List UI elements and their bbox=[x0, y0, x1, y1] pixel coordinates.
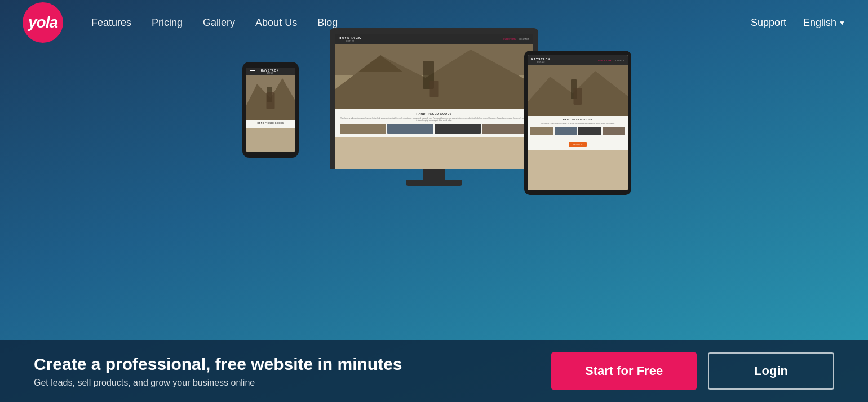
chevron-down-icon: ▼ bbox=[839, 19, 845, 27]
mini-thumb-3 bbox=[435, 124, 481, 134]
tablet-thumb-1 bbox=[530, 127, 553, 135]
logo[interactable]: yola bbox=[23, 2, 63, 43]
tablet-hero-illustration bbox=[528, 65, 628, 116]
mini-paragraph: Your home is a three-dimensional canvas.… bbox=[340, 117, 528, 122]
logo-text: yola bbox=[28, 14, 57, 32]
cta-headline: Create a professional, free website in m… bbox=[34, 354, 529, 374]
language-selector[interactable]: English ▼ bbox=[803, 17, 845, 29]
nav-features[interactable]: Features bbox=[91, 17, 131, 29]
tablet-mini-heading: HAND PICKED GOODS bbox=[530, 118, 625, 121]
start-for-free-button[interactable]: Start for Free bbox=[551, 352, 697, 390]
header: yola Features Pricing Gallery About Us B… bbox=[0, 0, 868, 45]
devices-mockup: HAYSTACK EST. 22 OUR STORY CONTACT bbox=[237, 28, 631, 265]
cta-bar: Create a professional, free website in m… bbox=[0, 340, 868, 402]
phone-hero-illustration bbox=[246, 75, 295, 120]
tablet-thumb-4 bbox=[603, 127, 626, 135]
support-link[interactable]: Support bbox=[751, 17, 786, 29]
tablet-cta-btn: SHOP NOW bbox=[569, 142, 587, 147]
nav-blog[interactable]: Blog bbox=[317, 17, 338, 29]
mini-thumb-4 bbox=[482, 124, 528, 134]
svg-rect-7 bbox=[571, 79, 577, 99]
tablet-thumb-2 bbox=[555, 127, 578, 135]
login-button[interactable]: Login bbox=[708, 352, 834, 390]
nav-about[interactable]: About Us bbox=[255, 17, 297, 29]
cta-text-block: Create a professional, free website in m… bbox=[34, 354, 529, 388]
tablet-thumb-3 bbox=[578, 127, 601, 135]
hero-illustration bbox=[335, 44, 533, 109]
language-label: English bbox=[803, 17, 836, 29]
main-nav: Features Pricing Gallery About Us Blog bbox=[91, 17, 338, 29]
phone-mini-heading: HAND PICKED GOODS bbox=[248, 122, 293, 124]
hero-section: HAYSTACK EST. 22 OUR STORY CONTACT bbox=[0, 45, 868, 402]
monitor-stand-base bbox=[406, 180, 462, 186]
nav-gallery[interactable]: Gallery bbox=[203, 17, 235, 29]
desktop-mockup: HAYSTACK EST. 22 OUR STORY CONTACT bbox=[330, 28, 538, 186]
svg-rect-4 bbox=[423, 61, 434, 89]
cta-buttons: Start for Free Login bbox=[551, 352, 834, 390]
cta-subline: Get leads, sell products, and grow your … bbox=[34, 378, 529, 388]
svg-rect-10 bbox=[267, 87, 272, 102]
mini-thumb-1 bbox=[340, 124, 386, 134]
header-right: Support English ▼ bbox=[751, 17, 845, 29]
tablet-mini-sub: EST. 22 bbox=[537, 61, 544, 64]
tablet-nav-2: CONTACT bbox=[614, 59, 625, 62]
tablet-nav-1: OUR STORY bbox=[598, 59, 612, 62]
tablet-mini-para: Your home is a three-dimensional canvas.… bbox=[530, 123, 625, 125]
nav-pricing[interactable]: Pricing bbox=[152, 17, 183, 29]
monitor-stand-neck bbox=[423, 169, 445, 180]
mini-thumb-2 bbox=[387, 124, 433, 134]
phone-mockup: HAYSTACK EST. 22 bbox=[242, 62, 299, 158]
mini-heading: HAND PICKED GOODS bbox=[340, 112, 528, 115]
phone-mini-sub: EST. 22 bbox=[267, 72, 273, 74]
tablet-mockup: HAYSTACK EST. 22 OUR STORY CONTACT bbox=[524, 51, 631, 195]
